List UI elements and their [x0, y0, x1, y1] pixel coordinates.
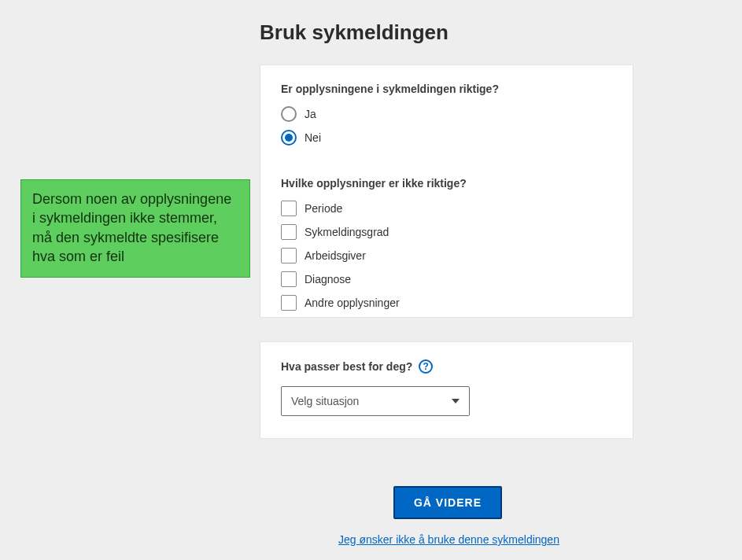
- check-periode[interactable]: Periode: [281, 201, 612, 216]
- checkbox-icon: [281, 295, 297, 311]
- radio-ja-label: Ja: [305, 108, 316, 120]
- checkbox-icon: [281, 248, 297, 263]
- situasjon-select-value: Velg situasjon: [291, 395, 359, 407]
- q3-label-row: Hva passer best for deg? ?: [281, 359, 612, 374]
- checkbox-icon: [281, 224, 297, 240]
- decline-link[interactable]: Jeg ønsker ikke å bruke denne sykmelding…: [338, 533, 559, 546]
- q1-label: Er opplysningene i sykmeldingen riktige?: [281, 83, 612, 95]
- panel-situasjon: Hva passer best for deg? ? Velg situasjo…: [260, 341, 633, 439]
- help-icon[interactable]: ?: [419, 359, 433, 374]
- callout-note: Dersom noen av opplysningene i sykmeldin…: [20, 179, 250, 278]
- continue-button[interactable]: GÅ VIDERE: [393, 486, 502, 519]
- radio-nei[interactable]: Nei: [281, 130, 612, 146]
- check-diagnose[interactable]: Diagnose: [281, 271, 612, 287]
- radio-icon: [281, 130, 297, 146]
- page-title: Bruk sykmeldingen: [260, 20, 449, 45]
- check-sykmeldingsgrad[interactable]: Sykmeldingsgrad: [281, 224, 612, 240]
- check-arbeidsgiver-label: Arbeidsgiver: [305, 249, 366, 262]
- check-andre-label: Andre opplysninger: [305, 297, 400, 309]
- q2-label: Hvilke opplysninger er ikke riktige?: [281, 177, 612, 190]
- checkbox-icon: [281, 201, 297, 216]
- radio-nei-label: Nei: [305, 131, 321, 144]
- check-periode-label: Periode: [305, 202, 342, 215]
- check-andre-opplysninger[interactable]: Andre opplysninger: [281, 295, 612, 311]
- check-diagnose-label: Diagnose: [305, 273, 351, 286]
- check-arbeidsgiver[interactable]: Arbeidsgiver: [281, 248, 612, 263]
- radio-dot-icon: [285, 134, 293, 142]
- q3-label: Hva passer best for deg?: [281, 360, 412, 373]
- check-sykmeldingsgrad-label: Sykmeldingsgrad: [305, 226, 389, 238]
- situasjon-select[interactable]: Velg situasjon: [281, 386, 470, 416]
- radio-icon: [281, 106, 297, 122]
- chevron-down-icon: [452, 399, 460, 403]
- radio-ja[interactable]: Ja: [281, 106, 612, 122]
- panel-opplysninger: Er opplysningene i sykmeldingen riktige?…: [260, 64, 633, 318]
- checkbox-icon: [281, 271, 297, 287]
